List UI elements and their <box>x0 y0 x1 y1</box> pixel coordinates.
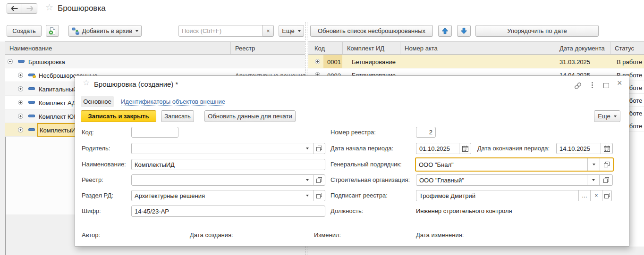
created-label: Дата создания: <box>190 231 233 239</box>
signer-combo[interactable]: Трофимов Дмитрий … × <box>416 190 612 201</box>
group-folder-icon <box>28 128 35 131</box>
tab-external-ids-link[interactable]: Идентификаторы объектов внешние <box>121 98 225 105</box>
signer-clear-button[interactable]: × <box>590 190 602 201</box>
date-end-calendar-button[interactable] <box>601 143 612 154</box>
date-start-label: Дата начала периода: <box>330 145 393 152</box>
column-header-name[interactable]: Наименование <box>9 45 52 52</box>
search-clear-button[interactable]: × <box>263 25 274 37</box>
expand-icon[interactable] <box>18 73 23 78</box>
expand-icon[interactable] <box>18 114 23 119</box>
close-icon[interactable]: × <box>617 78 622 88</box>
signer-open-button[interactable] <box>602 190 611 201</box>
column-divider[interactable] <box>610 42 610 54</box>
parent-dropdown-button[interactable] <box>301 143 313 154</box>
refresh-unbound-label: Обновить список несброшюрованных <box>318 27 425 34</box>
column-divider[interactable] <box>342 42 343 54</box>
dropdown-arrow-icon <box>614 115 617 117</box>
expand-icon[interactable] <box>315 59 320 64</box>
position-label: Должность: <box>330 207 363 214</box>
favorite-star-icon[interactable]: ☆ <box>45 2 53 13</box>
create-button[interactable]: Создать <box>7 25 42 37</box>
org-open-button[interactable] <box>599 175 612 185</box>
combo-arrow-icon <box>306 179 309 181</box>
left-more-button[interactable]: Еще <box>279 25 304 37</box>
contractor-dropdown-button[interactable] <box>587 158 600 171</box>
search-input[interactable]: Поиск (Ctrl+F) <box>178 25 263 37</box>
right-table-header[interactable]: Код Комплект ИД Номер акта Дата документ… <box>308 41 644 55</box>
expand-icon[interactable] <box>18 127 23 132</box>
save-button[interactable]: Записать <box>161 110 194 122</box>
org-combo[interactable]: ООО "Главный" <box>416 174 613 186</box>
open-icon <box>604 193 610 198</box>
reestr-combo[interactable] <box>131 174 325 186</box>
collapse-icon[interactable] <box>8 59 13 64</box>
contractor-open-button[interactable] <box>600 158 613 171</box>
tree-row[interactable]: Брошюровка <box>5 55 305 68</box>
modified-by-label: Изменил: <box>314 231 341 239</box>
reg-number-input[interactable]: 2 <box>416 127 436 138</box>
code-cell[interactable]: 0001 <box>323 55 342 68</box>
new-document-button[interactable] <box>46 25 59 37</box>
reestr-open-button[interactable] <box>313 175 325 185</box>
new-document-icon <box>49 27 56 35</box>
parent-combo[interactable] <box>131 143 325 154</box>
table-row[interactable]: 0001Бетонирование31.03.2025В работе <box>308 55 644 68</box>
dialog-star-icon[interactable]: ☆ <box>83 78 90 88</box>
column-header-status[interactable]: Статус <box>615 45 634 52</box>
save-close-button[interactable]: Записать и закрыть <box>81 110 156 122</box>
tree-row-label: Брошюровка <box>28 58 65 66</box>
org-dropdown-button[interactable] <box>587 175 599 185</box>
code-input[interactable] <box>131 127 178 138</box>
column-divider[interactable] <box>400 42 400 54</box>
move-up-button[interactable] <box>438 25 452 37</box>
page-title: Брошюровка <box>58 4 106 13</box>
column-header-code[interactable]: Код <box>314 45 325 52</box>
author-label: Автор: <box>82 231 100 239</box>
maximize-icon[interactable] <box>603 83 609 88</box>
contractor-combo[interactable]: ООО "Бнал" <box>415 157 614 172</box>
reestr-label: Реестр: <box>82 176 103 183</box>
group-folder-icon <box>18 60 25 63</box>
add-to-archive-button[interactable]: Добавить в архив <box>68 25 142 37</box>
column-header-set[interactable]: Комплект ИД <box>347 45 384 52</box>
menu-dots-icon[interactable] <box>592 82 593 83</box>
column-header-date[interactable]: Дата документа <box>559 45 605 52</box>
contractor-label: Генеральный подрядчик: <box>330 161 402 168</box>
refresh-unbound-button[interactable]: Обновить список несброшюрованных <box>310 25 433 37</box>
back-arrow-icon <box>11 6 18 11</box>
razdel-dropdown-button[interactable] <box>301 190 313 201</box>
group-folder-icon <box>28 101 35 104</box>
tree-row-label: КомплектыИД <box>40 127 80 134</box>
open-icon <box>316 146 322 151</box>
forward-button[interactable] <box>22 3 37 14</box>
razdel-label: Раздел РД: <box>82 192 113 199</box>
signer-select-button[interactable]: … <box>578 190 590 201</box>
expand-icon[interactable] <box>18 86 23 91</box>
move-down-button[interactable] <box>457 25 471 37</box>
refresh-print-button[interactable]: Обновить данные для печати <box>204 110 296 122</box>
order-by-date-button[interactable]: Упорядочить по дате <box>475 25 599 37</box>
org-value: ООО "Главный" <box>416 177 587 184</box>
name-input[interactable]: КомплектыИД <box>131 159 325 170</box>
open-icon <box>603 177 609 183</box>
date-start-calendar-button[interactable] <box>459 143 471 154</box>
expand-icon[interactable] <box>18 100 23 105</box>
parent-open-button[interactable] <box>313 143 325 154</box>
reestr-dropdown-button[interactable] <box>301 175 313 185</box>
column-divider[interactable] <box>555 42 555 54</box>
dialog-more-button[interactable]: Еще <box>594 110 620 122</box>
tab-main[interactable]: Основное <box>81 96 114 107</box>
back-button[interactable] <box>7 3 22 14</box>
column-header-reestr[interactable]: Реестр <box>235 45 255 52</box>
link-icon[interactable] <box>574 82 582 91</box>
column-header-act[interactable]: Номер акта <box>405 45 438 52</box>
calendar-icon <box>462 146 468 152</box>
cipher-input[interactable]: 14-45/23-АР <box>131 206 325 217</box>
razdel-combo[interactable]: Архитектурные решения <box>131 190 325 201</box>
date-start-input[interactable]: 01.10.2025 <box>416 143 471 154</box>
column-divider[interactable] <box>230 42 231 54</box>
razdel-open-button[interactable] <box>313 190 325 201</box>
dialog-title: Брошюровка (создание) * <box>94 80 178 88</box>
left-table-header[interactable]: Наименование Реестр <box>5 41 305 55</box>
date-end-input[interactable]: 14.10.2025 <box>556 143 613 154</box>
